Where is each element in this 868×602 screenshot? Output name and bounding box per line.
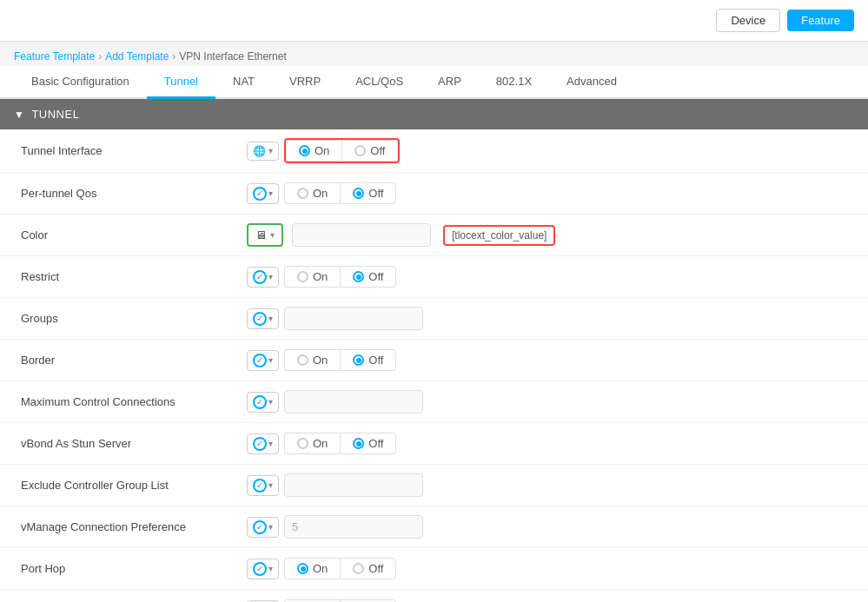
max-control-chevron-icon: ▾ xyxy=(268,397,273,407)
per-tunnel-qos-off-option[interactable]: Off xyxy=(340,182,396,204)
restrict-off-label: Off xyxy=(368,270,383,283)
restrict-off-dot xyxy=(353,271,364,282)
port-hop-circle-icon xyxy=(253,562,267,576)
groups-circle-btn[interactable]: ▾ xyxy=(247,308,279,329)
breadcrumb-item-current: VPN Interface Ethernet xyxy=(179,50,286,63)
tab-acl-qos[interactable]: ACL/QoS xyxy=(338,66,421,99)
label-port-hop: Port Hop xyxy=(21,562,247,575)
label-tunnel-interface: Tunnel Interface xyxy=(21,144,247,157)
tunnel-chevron-icon: ▼ xyxy=(14,109,24,121)
label-color: Color xyxy=(21,228,247,241)
vbond-stun-off-option[interactable]: Off xyxy=(340,433,396,454)
row-vmanage-pref: vManage Connection Preference ▾ xyxy=(0,506,868,548)
port-hop-on-dot xyxy=(297,563,308,574)
exclude-controller-circle-btn[interactable]: ▾ xyxy=(247,475,279,496)
vbond-stun-off-label: Off xyxy=(368,437,383,450)
control-vbond-stun: ▾ On Off xyxy=(247,433,847,454)
port-hop-circle-btn[interactable]: ▾ xyxy=(247,559,279,579)
color-dropdown-btn[interactable]: 🖥 ▾ xyxy=(247,223,283,247)
port-hop-chevron-icon: ▾ xyxy=(268,564,273,573)
tab-nat[interactable]: NAT xyxy=(215,66,272,99)
label-per-tunnel-qos: Per-tunnel Qos xyxy=(21,187,247,200)
row-tunnel-interface: Tunnel Interface 🌐 ▾ On Off xyxy=(0,129,868,173)
tunnel-interface-off-label: Off xyxy=(370,144,385,157)
tunnel-interface-on-option[interactable]: On xyxy=(286,140,341,162)
restrict-circle-btn[interactable]: ▾ xyxy=(247,267,279,288)
exclude-controller-text-input[interactable] xyxy=(284,473,423,497)
restrict-on-dot xyxy=(297,271,308,282)
port-hop-radio-group: On Off xyxy=(284,558,396,579)
control-restrict: ▾ On Off xyxy=(247,266,847,288)
device-button[interactable]: Device xyxy=(716,9,780,32)
border-off-dot xyxy=(353,354,364,366)
feature-button[interactable]: Feature xyxy=(787,10,854,31)
border-on-dot xyxy=(297,354,308,366)
tab-vrrp[interactable]: VRRP xyxy=(272,66,338,99)
control-border: ▾ On Off xyxy=(247,349,847,371)
label-border: Border xyxy=(21,354,247,367)
per-tunnel-qos-on-dot xyxy=(297,188,308,199)
groups-chevron-icon: ▾ xyxy=(268,314,273,323)
vmanage-pref-circle-btn[interactable]: ▾ xyxy=(247,517,279,538)
control-exclude-controller: ▾ xyxy=(247,473,847,497)
border-circle-btn[interactable]: ▾ xyxy=(247,350,279,371)
restrict-on-option[interactable]: On xyxy=(284,266,340,288)
color-text-input[interactable] xyxy=(292,223,431,247)
vmanage-pref-text-input[interactable] xyxy=(284,515,423,539)
tab-tunnel[interactable]: Tunnel xyxy=(147,66,215,99)
restrict-on-label: On xyxy=(313,270,328,283)
tunnel-interface-off-option[interactable]: Off xyxy=(341,140,398,162)
border-off-option[interactable]: Off xyxy=(340,349,396,371)
vbond-stun-off-dot xyxy=(353,438,364,449)
tunnel-section-title: TUNNEL xyxy=(31,108,79,121)
row-vbond-stun: vBond As Stun Server ▾ On Off xyxy=(0,423,868,465)
globe-chevron-icon: ▾ xyxy=(268,146,273,155)
tab-basic-configuration[interactable]: Basic Configuration xyxy=(14,66,147,99)
screen-icon: 🖥 xyxy=(255,228,267,241)
max-control-circle-btn[interactable]: ▾ xyxy=(247,392,279,413)
tab-advanced[interactable]: Advanced xyxy=(549,66,634,99)
row-color: Color 🖥 ▾ [tlocext_color_value] xyxy=(0,215,868,256)
per-tunnel-qos-circle-btn[interactable]: ▾ xyxy=(247,183,279,204)
vbond-stun-radio-group: On Off xyxy=(284,433,396,454)
groups-text-input[interactable] xyxy=(284,307,423,330)
vbond-stun-circle-btn[interactable]: ▾ xyxy=(247,433,279,454)
border-on-label: On xyxy=(313,354,328,367)
per-tunnel-qos-on-option[interactable]: On xyxy=(284,182,340,204)
port-hop-on-label: On xyxy=(313,562,328,575)
restrict-off-option[interactable]: Off xyxy=(340,266,396,288)
port-hop-off-option[interactable]: Off xyxy=(340,558,396,579)
per-tunnel-qos-on-label: On xyxy=(313,187,328,200)
label-groups: Groups xyxy=(21,312,247,325)
label-exclude-controller: Exclude Controller Group List xyxy=(21,479,247,492)
port-hop-on-option[interactable]: On xyxy=(284,558,340,579)
vbond-stun-on-option[interactable]: On xyxy=(284,433,340,454)
globe-dropdown[interactable]: 🌐 ▾ xyxy=(247,142,279,161)
vbond-stun-on-label: On xyxy=(313,437,328,450)
max-control-circle-icon xyxy=(253,395,267,409)
port-hop-off-dot xyxy=(353,563,364,574)
control-color: 🖥 ▾ [tlocext_color_value] xyxy=(247,223,847,247)
row-low-bandwidth: Low-Bandwidth Link ▾ On Off xyxy=(0,590,868,602)
label-max-control: Maximum Control Connections xyxy=(21,395,247,408)
tab-8021x[interactable]: 802.1X xyxy=(479,66,549,99)
breadcrumb-sep-2: › xyxy=(172,50,176,63)
per-tunnel-qos-radio-group: On Off xyxy=(284,182,396,204)
max-control-text-input[interactable] xyxy=(284,390,423,413)
breadcrumb-item-feature[interactable]: Feature Template xyxy=(14,50,95,63)
per-tunnel-qos-circle-icon xyxy=(253,187,267,201)
restrict-radio-group: On Off xyxy=(284,266,396,288)
label-vbond-stun: vBond As Stun Server xyxy=(21,437,247,450)
row-max-control: Maximum Control Connections ▾ xyxy=(0,381,868,423)
vbond-stun-circle-icon xyxy=(253,437,267,451)
label-vmanage-pref: vManage Connection Preference xyxy=(21,520,247,533)
border-on-option[interactable]: On xyxy=(284,349,340,371)
breadcrumb-item-add[interactable]: Add Template xyxy=(105,50,169,63)
row-port-hop: Port Hop ▾ On Off xyxy=(0,548,868,590)
tab-arp[interactable]: ARP xyxy=(421,66,479,99)
restrict-chevron-icon: ▾ xyxy=(268,272,273,281)
border-circle-icon xyxy=(253,354,267,367)
control-port-hop: ▾ On Off xyxy=(247,558,847,579)
form-area: Tunnel Interface 🌐 ▾ On Off Per-tunnel Q… xyxy=(0,129,868,602)
breadcrumb-sep-1: › xyxy=(98,50,102,63)
